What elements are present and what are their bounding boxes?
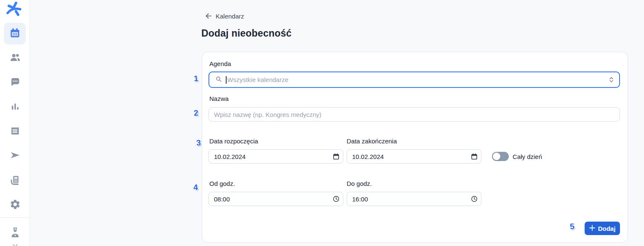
agenda-label: Agenda bbox=[209, 60, 231, 67]
sidebar-item-calendar[interactable] bbox=[4, 23, 26, 45]
sidebar-divider bbox=[0, 217, 30, 218]
toggle-knob bbox=[493, 153, 500, 160]
date-start-input[interactable] bbox=[208, 149, 343, 164]
time-to-input[interactable] bbox=[347, 192, 481, 206]
annotation-marker-2: 2 bbox=[193, 108, 198, 118]
clock-picker-icon[interactable] bbox=[333, 196, 339, 202]
breadcrumb: Kalendarz bbox=[216, 13, 244, 20]
calendar-picker-icon[interactable] bbox=[471, 153, 478, 160]
payment-terminal-icon bbox=[10, 175, 20, 187]
agenda-search-input[interactable] bbox=[227, 76, 610, 83]
clock-picker-icon[interactable] bbox=[471, 196, 478, 202]
plus-icon bbox=[589, 225, 595, 232]
time-to-label: Do godz. bbox=[347, 180, 372, 187]
date-end-label: Data zakończenia bbox=[347, 138, 397, 145]
name-label: Nazwa bbox=[209, 95, 229, 102]
page-title: Dodaj nieobecność bbox=[201, 28, 291, 39]
time-from-label: Od godz. bbox=[209, 180, 235, 187]
sidebar-item-send[interactable] bbox=[0, 145, 30, 167]
sidebar-item-statistics[interactable] bbox=[0, 96, 30, 118]
annotation-marker-5: 5 bbox=[569, 222, 575, 232]
annotation-marker-4: 4 bbox=[193, 183, 198, 193]
sidebar bbox=[0, 0, 30, 246]
name-input[interactable] bbox=[208, 107, 620, 122]
bar-chart-icon bbox=[10, 101, 20, 113]
text-cursor bbox=[226, 76, 227, 84]
sidebar-item-settings[interactable] bbox=[0, 194, 30, 216]
sidebar-item-patients[interactable] bbox=[0, 47, 30, 69]
sidebar-item-messages[interactable] bbox=[0, 71, 30, 93]
all-day-toggle[interactable] bbox=[492, 152, 509, 161]
select-spinner-icon[interactable] bbox=[609, 77, 613, 82]
chat-icon bbox=[10, 77, 20, 89]
agenda-select[interactable] bbox=[208, 71, 620, 88]
absence-form-card: Agenda Nazwa Data rozpoczęcia Data zakoń… bbox=[202, 52, 628, 243]
doctor-icon bbox=[10, 227, 21, 241]
receipt-icon bbox=[10, 126, 20, 138]
date-end-input[interactable] bbox=[347, 149, 481, 164]
annotation-marker-3: 3 bbox=[196, 138, 201, 148]
add-button[interactable]: Dodaj bbox=[585, 222, 620, 235]
back-link[interactable]: Kalendarz bbox=[204, 12, 244, 20]
annotation-marker-1: 1 bbox=[193, 74, 198, 84]
date-start-label: Data rozpoczęcia bbox=[209, 138, 258, 145]
search-icon bbox=[215, 76, 222, 84]
calendar-picker-icon[interactable] bbox=[333, 153, 339, 160]
back-arrow-icon bbox=[204, 12, 212, 20]
add-button-label: Dodaj bbox=[598, 225, 616, 232]
sidebar-item-receipts[interactable] bbox=[0, 121, 30, 143]
chevron-down-icon[interactable] bbox=[12, 241, 18, 246]
calendar-icon bbox=[9, 27, 21, 40]
sidebar-profile[interactable] bbox=[0, 227, 30, 246]
gear-icon bbox=[10, 199, 21, 212]
sidebar-item-terminal[interactable] bbox=[0, 170, 30, 192]
people-icon bbox=[10, 52, 21, 64]
send-icon bbox=[10, 150, 21, 162]
all-day-label: Cały dzień bbox=[513, 153, 542, 160]
time-from-input[interactable] bbox=[208, 192, 343, 206]
app-logo-icon[interactable] bbox=[6, 2, 23, 17]
